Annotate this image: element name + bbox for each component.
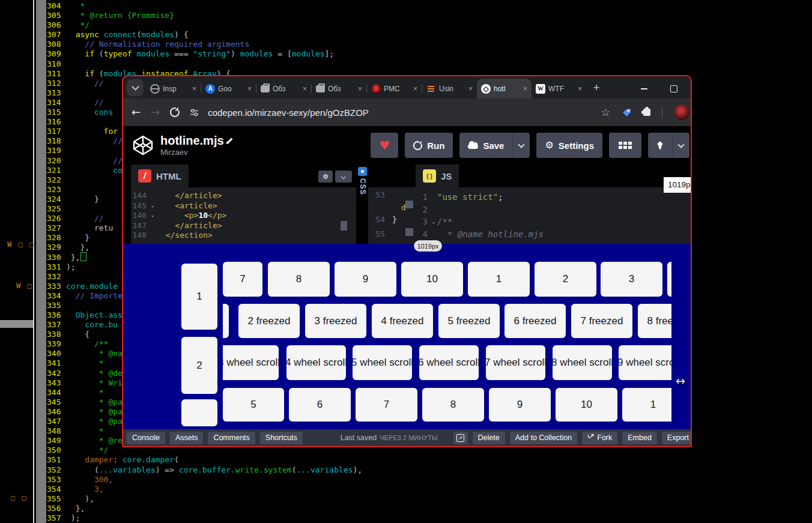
layout-button[interactable]: [609, 133, 641, 158]
preview-button[interactable]: 3 freezed: [305, 304, 366, 338]
save-button[interactable]: Save: [459, 133, 512, 158]
preview-button[interactable]: 3 wheel scroll: [223, 345, 279, 380]
preview-button[interactable]: [181, 399, 217, 426]
code-token: <p>: [156, 211, 198, 220]
tab-close-icon[interactable]: ×: [578, 85, 582, 92]
preview-button[interactable]: 6 freezed: [504, 304, 566, 338]
preview-button[interactable]: 4 wheel scroll: [286, 345, 346, 380]
pen-author[interactable]: Mirzaev: [160, 148, 231, 157]
love-button[interactable]: ♥: [371, 133, 398, 158]
fold-arrow-icon[interactable]: ▾: [430, 217, 437, 229]
embed-button[interactable]: Embed: [622, 432, 657, 444]
preview-button[interactable]: 7: [356, 388, 417, 422]
browser-tab[interactable]: AGoo×: [201, 79, 256, 98]
browser-tab[interactable]: Insp×: [146, 79, 201, 98]
browser-tab[interactable]: ◇hotl×: [477, 79, 532, 98]
pin-button[interactable]: [648, 133, 672, 158]
preview-button[interactable]: 7 wheel scroll: [486, 345, 545, 380]
browser-tab[interactable]: PMC×: [367, 79, 422, 98]
preview-button[interactable]: 4 freezed: [372, 304, 433, 338]
new-tab-button[interactable]: +: [589, 80, 604, 95]
browser-tab[interactable]: Обз×: [312, 79, 366, 98]
back-button[interactable]: ←: [132, 107, 141, 118]
preview-button[interactable]: 2: [535, 262, 596, 297]
extensions-puzzle-icon[interactable]: [643, 109, 650, 116]
preview-button[interactable]: 6 wheel scroll: [419, 345, 479, 380]
preview-button[interactable]: 2: [181, 337, 217, 394]
preview-button[interactable]: 10: [556, 388, 617, 422]
comments-button[interactable]: Comments: [208, 432, 255, 444]
preview-button[interactable]: 7 freezed: [571, 304, 632, 338]
profile-avatar[interactable]: [674, 104, 689, 120]
preview-button[interactable]: 3: [601, 262, 662, 297]
reload-button[interactable]: [170, 107, 180, 117]
preview-button[interactable]: 2 freezed: [238, 304, 300, 338]
pin-options-button[interactable]: [672, 133, 689, 158]
tab-close-icon[interactable]: ×: [523, 85, 527, 92]
html-code-editor[interactable]: 144 </article>145▾ <article>146▾ <p>10</…: [131, 187, 356, 247]
forward-button[interactable]: →: [151, 107, 160, 118]
preview-button[interactable]: 7: [223, 262, 262, 297]
editor-scrollbar[interactable]: [36, 0, 46, 523]
export-button[interactable]: Export: [662, 432, 692, 444]
preview-button[interactable]: 8: [422, 388, 484, 422]
html-panel-tab[interactable]: / HTML: [131, 165, 189, 187]
open-in-new-window-button[interactable]: ↗: [453, 432, 468, 444]
tab-search-button[interactable]: [127, 79, 144, 96]
preview-button[interactable]: 1: [468, 262, 530, 297]
preview-button[interactable]: 9 wheel scroll: [619, 345, 671, 380]
tab-close-icon[interactable]: ×: [413, 85, 417, 92]
preview-button[interactable]: 8 wheel scroll: [553, 345, 612, 380]
scrollbar-thumb[interactable]: [405, 201, 413, 208]
tab-close-icon[interactable]: ×: [358, 85, 362, 92]
add-to-collection-button[interactable]: Add to Collection: [510, 432, 578, 444]
browser-tab[interactable]: WWTF×: [532, 79, 586, 98]
js-code-editor[interactable]: 1"use strict";23▾/**4 * @name hotline.mj…: [414, 187, 691, 247]
save-options-button[interactable]: [512, 133, 530, 158]
edit-pencil-icon[interactable]: [226, 138, 232, 144]
console-button[interactable]: Console: [127, 432, 165, 444]
preview-button[interactable]: [667, 262, 671, 297]
preview-button[interactable]: 9: [335, 262, 396, 297]
url-bar[interactable]: codepen.io/mirzaev-sexy/pen/gOzBZOP: [208, 107, 369, 118]
codepen-logo-icon[interactable]: [132, 134, 154, 157]
preview-button[interactable]: [223, 304, 229, 338]
browser-tab[interactable]: Usin×: [422, 79, 477, 98]
preview-button[interactable]: 9: [489, 388, 551, 422]
browser-tab[interactable]: Обз×: [256, 79, 311, 98]
scrollbar-thumb[interactable]: [405, 228, 413, 236]
preview-button[interactable]: 1: [181, 264, 217, 330]
preview-button[interactable]: 6: [289, 388, 351, 422]
shortcuts-button[interactable]: Shortcuts: [260, 432, 303, 444]
fold-arrow-icon[interactable]: ▾: [149, 211, 156, 222]
scroll-thumb[interactable]: [0, 320, 33, 328]
css-code-editor[interactable]: 53 d 54 } 55: [368, 187, 414, 244]
run-button[interactable]: Run: [405, 133, 453, 158]
settings-button[interactable]: ⚙ Settings: [536, 133, 602, 158]
delete-button[interactable]: Delete: [473, 432, 505, 444]
tab-close-icon[interactable]: ×: [468, 85, 473, 92]
tag-extension-icon[interactable]: [622, 107, 632, 118]
preview-button[interactable]: 8: [268, 262, 330, 297]
assets-button[interactable]: Assets: [170, 432, 204, 444]
bookmark-star-icon[interactable]: ☆: [601, 106, 610, 118]
css-panel-collapsed[interactable]: CSS: [357, 165, 368, 244]
tab-close-icon[interactable]: ×: [247, 85, 252, 92]
fold-arrow-icon[interactable]: ▾: [149, 202, 156, 212]
maximize-button[interactable]: [670, 85, 677, 92]
preview-button[interactable]: 5 freezed: [438, 304, 500, 338]
fork-button[interactable]: Fork: [582, 432, 617, 444]
preview-button[interactable]: 8 freezed: [638, 304, 671, 338]
preview-button[interactable]: 1: [622, 388, 671, 422]
minimize-button[interactable]: [641, 88, 647, 89]
preview-button[interactable]: 10: [401, 262, 463, 297]
tab-close-icon[interactable]: ×: [192, 85, 196, 92]
html-panel-settings-button[interactable]: ⚙: [318, 171, 333, 183]
preview-button[interactable]: 5 wheel scroll: [353, 345, 412, 380]
tab-close-icon[interactable]: ×: [303, 85, 307, 92]
preview-button[interactable]: 5: [223, 388, 284, 422]
site-info-icon[interactable]: [190, 108, 199, 117]
html-panel-collapse-button[interactable]: [335, 171, 352, 183]
scrollbar-thumb[interactable]: [341, 221, 347, 231]
js-panel-tab[interactable]: ( ) JS: [416, 165, 459, 187]
